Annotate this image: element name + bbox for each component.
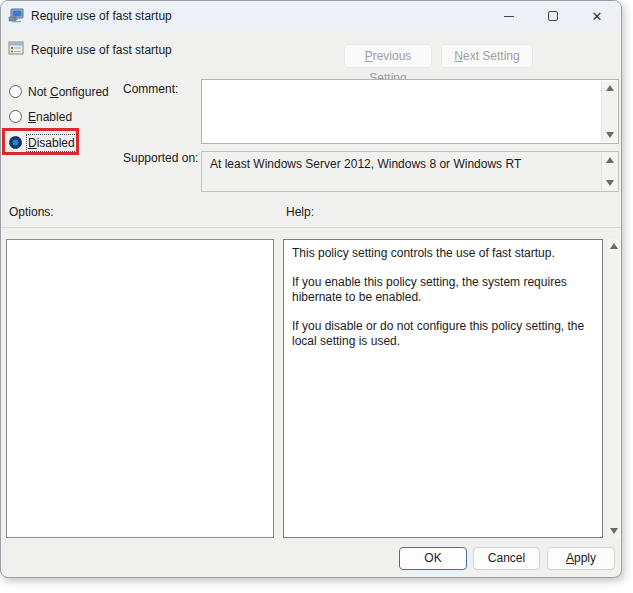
options-label: Options: (9, 205, 54, 219)
help-label: Help: (286, 205, 314, 219)
maximize-icon (548, 11, 558, 21)
help-paragraph: This policy setting controls the use of … (292, 246, 594, 261)
scroll-down-icon[interactable] (606, 180, 614, 186)
cancel-button[interactable]: Cancel (473, 547, 540, 570)
scroll-up-icon[interactable] (606, 157, 614, 163)
radio-circle-enabled[interactable] (9, 110, 22, 123)
section-divider (1, 227, 621, 228)
radio-label-not-configured: Not Configured (28, 85, 109, 99)
titlebar[interactable]: Require use of fast startup ✕ (1, 1, 621, 31)
scroll-up-icon[interactable] (610, 243, 618, 249)
close-button[interactable]: ✕ (575, 1, 619, 31)
help-paragraph: If you disable or do not configure this … (292, 319, 594, 349)
window-title: Require use of fast startup (31, 9, 172, 23)
supported-on-value: At least Windows Server 2012, Windows 8 … (210, 157, 521, 171)
comment-scrollbar[interactable] (601, 81, 617, 142)
radio-label-disabled: Disabled (28, 136, 75, 150)
next-setting-accesskey: N (454, 49, 463, 63)
setting-name: Require use of fast startup (31, 43, 172, 57)
scroll-up-icon[interactable] (606, 85, 614, 91)
previous-setting-accesskey: P (365, 49, 373, 63)
screenshot-root: Require use of fast startup ✕ Require us… (0, 0, 633, 593)
radio-not-configured[interactable]: Not Configured (9, 84, 109, 99)
previous-setting-button[interactable]: Previous Setting (344, 44, 432, 68)
help-scrollbar[interactable] (606, 239, 622, 538)
scroll-down-icon[interactable] (610, 528, 618, 534)
policy-setting-icon (8, 40, 24, 56)
scroll-down-icon[interactable] (606, 132, 614, 138)
radio-circle-disabled-selected[interactable] (9, 136, 22, 149)
comment-label: Comment: (123, 82, 178, 96)
help-paragraph: If you enable this policy setting, the s… (292, 275, 594, 305)
comment-textarea[interactable] (201, 79, 619, 144)
radio-enabled[interactable]: Enabled (9, 109, 72, 124)
ok-button[interactable]: OK (399, 547, 467, 570)
close-icon: ✕ (592, 10, 603, 23)
minimize-button[interactable] (487, 1, 531, 31)
radio-disabled[interactable]: Disabled (9, 135, 75, 150)
options-panel (6, 239, 274, 538)
policy-setting-dialog: Require use of fast startup ✕ Require us… (0, 0, 622, 578)
supported-on-box: At least Windows Server 2012, Windows 8 … (201, 151, 619, 192)
radio-circle-not-configured[interactable] (9, 85, 22, 98)
apply-accesskey: A (566, 551, 574, 565)
next-setting-label: ext Setting (463, 49, 520, 63)
help-panel: This policy setting controls the use of … (283, 239, 603, 538)
supported-on-scrollbar[interactable] (601, 153, 617, 190)
apply-button[interactable]: Apply (547, 547, 615, 570)
next-setting-button[interactable]: Next Setting (441, 44, 533, 68)
gpedit-app-icon (8, 8, 24, 24)
supported-on-label: Supported on: (123, 151, 198, 165)
maximize-button[interactable] (531, 1, 575, 31)
minimize-icon (504, 16, 514, 17)
caption-buttons: ✕ (487, 1, 619, 31)
apply-label: pply (574, 551, 596, 565)
radio-label-enabled: Enabled (28, 110, 72, 124)
